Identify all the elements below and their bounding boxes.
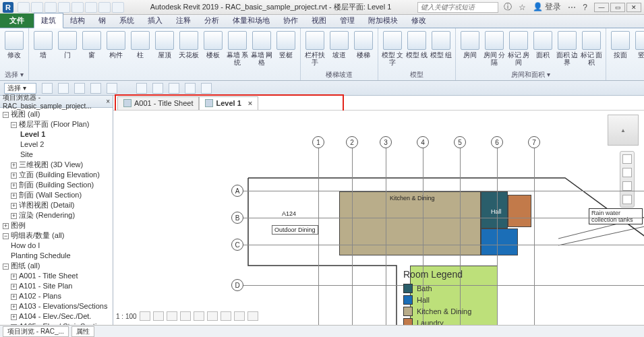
tree-node[interactable]: +图例: [1, 220, 111, 231]
opt-icon[interactable]: [136, 83, 147, 94]
menu-tab[interactable]: 附加模块: [361, 13, 405, 28]
tree-node[interactable]: −明细表/数量 (all): [1, 231, 111, 241]
vcb-icon[interactable]: [167, 311, 177, 321]
app-store-icon[interactable]: ⋯: [568, 3, 576, 12]
ribbon-item[interactable]: 幕墙 系统: [226, 30, 249, 66]
maximize-button[interactable]: ▭: [610, 3, 625, 12]
menu-tab[interactable]: 系统: [113, 13, 141, 28]
document-tab[interactable]: Level 1×: [199, 96, 258, 110]
vcb-icon[interactable]: [234, 311, 245, 321]
opt-icon[interactable]: [201, 83, 212, 94]
ribbon-item[interactable]: 屋顶: [153, 30, 176, 59]
minimize-button[interactable]: —: [594, 3, 609, 12]
ribbon-item[interactable]: 修改: [3, 30, 26, 59]
ribbon-item[interactable]: 标记 面积: [580, 30, 603, 66]
tree-expander[interactable]: +: [11, 274, 17, 280]
search-input[interactable]: [417, 2, 498, 13]
opt-icon[interactable]: [107, 83, 117, 94]
tree-expander[interactable]: −: [3, 264, 9, 270]
browser-close-icon[interactable]: ×: [106, 98, 110, 105]
tree-expander[interactable]: +: [11, 294, 17, 300]
ribbon-item[interactable]: 模型 线: [405, 30, 428, 59]
qat-button[interactable]: [71, 2, 84, 13]
scale-label[interactable]: 1 : 100: [116, 313, 137, 320]
tree-expander[interactable]: +: [11, 203, 17, 209]
menu-tab[interactable]: 分析: [198, 13, 226, 28]
browser-tree[interactable]: −视图 (all)−楼层平面 (Floor Plan)Level 1Level …: [0, 108, 113, 325]
tree-node[interactable]: +剖面 (Building Section): [1, 180, 111, 190]
tree-node[interactable]: +A102 - Plans: [1, 291, 111, 301]
ribbon-item[interactable]: 模型 文字: [381, 30, 404, 66]
opt-icon[interactable]: [169, 83, 179, 94]
tree-node[interactable]: +A103 - Elevations/Sections: [1, 301, 111, 311]
login-button[interactable]: 👤 登录: [533, 1, 561, 13]
tree-expander[interactable]: −: [3, 233, 9, 239]
tree-node[interactable]: Planting Schedule: [1, 251, 111, 261]
opt-icon[interactable]: [58, 83, 69, 94]
ribbon-item[interactable]: 楼梯: [352, 30, 375, 59]
tree-node[interactable]: +A101 - Site Plan: [1, 281, 111, 291]
tree-expander[interactable]: +: [11, 162, 17, 168]
document-tab[interactable]: A001 - Title Sheet: [117, 96, 199, 110]
ribbon-item[interactable]: 竖井: [633, 30, 644, 59]
close-button[interactable]: ✕: [626, 3, 641, 12]
menu-tab[interactable]: 协作: [276, 13, 305, 28]
qat-button[interactable]: [31, 2, 43, 13]
ribbon-item[interactable]: 模型 组: [430, 30, 452, 59]
ribbon-item[interactable]: 楼板: [202, 30, 225, 59]
status-tab[interactable]: 项目浏览 - RAC_...: [3, 326, 69, 337]
status-tab[interactable]: 属性: [71, 326, 94, 337]
ribbon-item[interactable]: 构件: [105, 30, 127, 59]
qat-button[interactable]: [18, 2, 30, 13]
favorite-icon[interactable]: ☆: [519, 3, 526, 12]
ribbon-item[interactable]: 墙: [32, 30, 55, 59]
tree-expander[interactable]: +: [11, 314, 17, 320]
menu-tab[interactable]: 视图: [305, 13, 333, 28]
opt-icon[interactable]: [152, 83, 163, 94]
tree-expander[interactable]: −: [11, 122, 17, 128]
menu-tab[interactable]: 钢: [92, 13, 113, 28]
tree-node[interactable]: +渲染 (Rendering): [1, 210, 111, 220]
tree-expander[interactable]: +: [11, 304, 17, 310]
ribbon-item[interactable]: 柱: [129, 30, 152, 59]
tree-expander[interactable]: +: [3, 223, 9, 229]
ribbon-item[interactable]: 门: [56, 30, 79, 59]
ribbon-item[interactable]: 标记 房间: [507, 30, 530, 66]
vcb-icon[interactable]: [153, 311, 164, 321]
tree-node[interactable]: Level 1: [1, 129, 111, 140]
select-combo[interactable]: 选择 ▾: [4, 83, 36, 94]
tree-node[interactable]: −图纸 (all): [1, 261, 111, 271]
vcb-icon[interactable]: [194, 311, 204, 321]
tree-node[interactable]: +三维视图 (3D View): [1, 160, 111, 170]
ribbon-item[interactable]: 面积 边界: [556, 30, 579, 66]
tree-node[interactable]: +剖面 (Wall Section): [1, 190, 111, 200]
doc-tab-close-icon[interactable]: ×: [248, 99, 252, 107]
opt-icon[interactable]: [42, 83, 53, 94]
ribbon-item[interactable]: 房间 分隔: [483, 30, 506, 66]
tree-expander[interactable]: +: [11, 213, 17, 219]
ribbon-item[interactable]: 竖梃: [274, 30, 297, 59]
tree-node[interactable]: −视图 (all): [1, 109, 111, 119]
ribbon-item[interactable]: 坡道: [328, 30, 351, 59]
tree-node[interactable]: +A001 - Title Sheet: [1, 271, 111, 281]
tree-node[interactable]: +立面 (Building Elevation): [1, 170, 111, 180]
tree-node[interactable]: +A104 - Elev./Sec./Det.: [1, 311, 111, 321]
opt-icon[interactable]: [90, 83, 101, 94]
menu-tab[interactable]: 插入: [141, 13, 169, 28]
file-tab[interactable]: 文件: [0, 13, 34, 28]
help-icon[interactable]: ?: [583, 3, 587, 12]
qat-button[interactable]: [45, 2, 57, 13]
tree-expander[interactable]: +: [11, 183, 17, 189]
vcb-icon[interactable]: [221, 311, 231, 321]
vcb-icon[interactable]: [247, 311, 258, 321]
infocenter-icon[interactable]: ⓘ: [504, 1, 512, 13]
tree-node[interactable]: −楼层平面 (Floor Plan): [1, 119, 111, 129]
menu-tab[interactable]: 结构: [63, 13, 92, 28]
vcb-icon[interactable]: [207, 311, 218, 321]
ribbon-item[interactable]: 按面: [609, 30, 632, 59]
tree-node[interactable]: +详图视图 (Detail): [1, 200, 111, 210]
vcb-icon[interactable]: [180, 311, 191, 321]
ribbon-item[interactable]: 面积: [531, 30, 554, 59]
tree-node[interactable]: How do I: [1, 241, 111, 251]
qat-button[interactable]: [58, 2, 70, 13]
